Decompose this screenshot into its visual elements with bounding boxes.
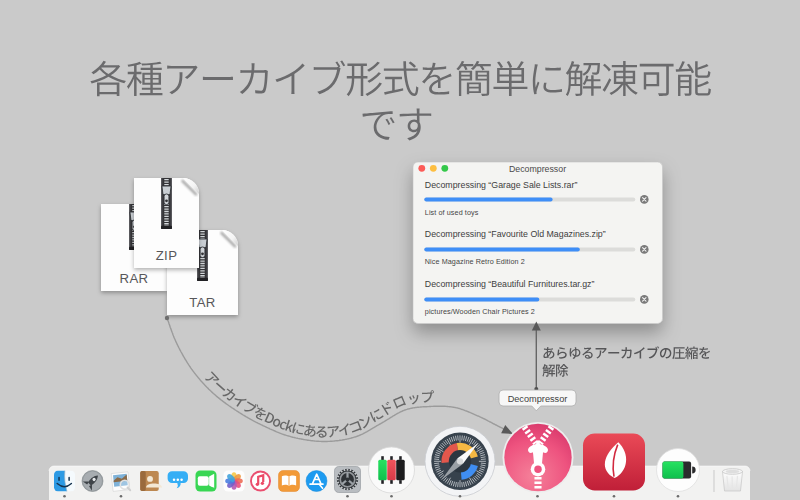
svg-text:Decompressing “Beautiful Furni: Decompressing “Beautiful Furnitures.tar.… <box>425 279 595 289</box>
svg-text:ZIP: ZIP <box>156 248 178 263</box>
svg-text:Nice Magazine Retro Edition 2: Nice Magazine Retro Edition 2 <box>425 257 525 266</box>
svg-text:Decompressing “Favourite Old M: Decompressing “Favourite Old Magazines.z… <box>425 229 606 239</box>
svg-text:RAR: RAR <box>119 271 148 286</box>
svg-text:pictures/Wooden Chair Pictures: pictures/Wooden Chair Pictures 2 <box>425 307 535 316</box>
svg-text:List of used toys: List of used toys <box>425 208 479 217</box>
svg-text:Decompressing “Garage Sale Lis: Decompressing “Garage Sale Lists.rar” <box>425 180 578 190</box>
svg-text:Decompressor: Decompressor <box>509 164 566 174</box>
svg-text:Decompressor: Decompressor <box>508 394 568 404</box>
svg-text:TAR: TAR <box>189 295 216 310</box>
